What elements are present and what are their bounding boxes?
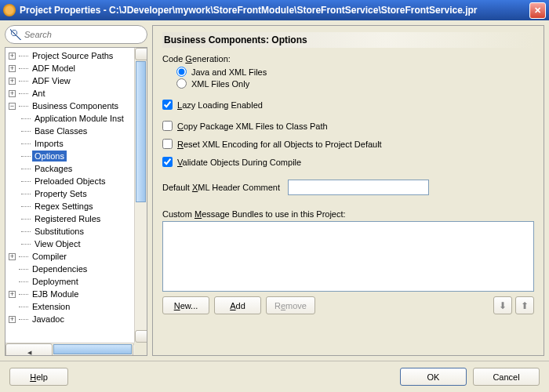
tree-label[interactable]: ADF View [30,75,73,86]
xml-header-input[interactable] [288,180,429,195]
tree-item-preloaded-objects[interactable]: Preloaded Objects [5,175,134,187]
tree-item-application-module-inst[interactable]: Application Module Inst [5,112,134,125]
tree-item-business-components[interactable]: −Business Components [5,100,134,112]
options-panel: Business Components: Options Code Genera… [152,25,544,356]
close-button[interactable]: ✕ [529,2,546,19]
cancel-button[interactable]: Cancel [473,368,540,386]
tree-label[interactable]: Deployment [30,276,81,287]
radio-java-xml[interactable] [176,67,187,77]
check-lazy-loading[interactable] [162,100,173,110]
check-copy-pkg[interactable] [162,121,173,131]
tree-item-options[interactable]: Options [5,150,134,162]
tree-item-dependencies[interactable]: Dependencies [5,263,134,275]
tree-label[interactable]: Base Classes [32,125,89,136]
expander-icon[interactable]: + [9,90,16,97]
tree-label[interactable]: Dependencies [30,263,89,274]
search-box[interactable] [5,25,147,44]
ok-button[interactable]: OK [400,368,467,386]
expander-icon[interactable]: + [9,53,16,60]
tree-label[interactable]: Extension [30,301,72,312]
vertical-scrollbar[interactable]: ▲ ▼ [134,48,147,343]
tree-item-property-sets[interactable]: Property Sets [5,187,134,200]
tree-item-packages[interactable]: Packages [5,162,134,175]
tree-item-view-object[interactable]: View Object [5,238,134,250]
tree-item-extension[interactable]: Extension [5,300,134,313]
left-pane: +Project Source Paths+ADF Model+ADF View… [5,25,147,356]
tree-item-regex-settings[interactable]: Regex Settings [5,200,134,212]
scroll-down-button[interactable]: ▼ [135,330,147,343]
tree-label[interactable]: Regex Settings [32,201,96,212]
add-button[interactable]: Add [214,296,261,314]
move-up-button[interactable]: ⬆ [515,296,534,314]
tree-label[interactable]: Project Source Paths [30,50,115,61]
lazy-loading-label: Lazy Loading Enabled [177,100,263,110]
radio-java-xml-label: Java and XML Files [191,67,267,77]
tree-item-registered-rules[interactable]: Registered Rules [5,212,134,225]
new-button[interactable]: New... [162,296,209,314]
expander-icon[interactable]: + [9,65,16,72]
tree-label[interactable]: Preloaded Objects [32,176,108,187]
search-input[interactable] [24,30,142,39]
tree-item-deployment[interactable]: Deployment [5,275,134,288]
tree-item-ant[interactable]: +Ant [5,87,134,100]
tree-label[interactable]: Javadoc [30,314,67,325]
tree-label[interactable]: Property Sets [32,188,89,199]
tree-label[interactable]: View Object [32,238,83,249]
scroll-thumb-h[interactable] [53,344,132,354]
expander-icon[interactable]: + [9,253,16,260]
window-title: Project Properties - C:\JDeveloper\mywor… [20,5,529,16]
bundles-listbox[interactable] [162,221,534,292]
tree-label[interactable]: ADF Model [30,63,78,74]
tree-label[interactable]: Compiler [30,251,69,262]
tree-item-ejb-module[interactable]: +EJB Module [5,288,134,300]
radio-xml-only[interactable] [176,78,187,89]
expander-icon[interactable]: + [9,291,16,298]
scroll-thumb[interactable] [136,61,146,202]
tree-label[interactable]: Packages [32,163,75,174]
tree-label[interactable]: Options [32,151,67,162]
titlebar: Project Properties - C:\JDeveloper\mywor… [0,0,549,20]
remove-button[interactable]: Remove [266,296,315,314]
tree-item-project-source-paths[interactable]: +Project Source Paths [5,49,134,62]
scroll-left-button[interactable]: ◀ [5,343,53,356]
check-validate[interactable] [162,157,173,167]
radio-xml-only-label: XML Files Only [191,79,249,89]
bundles-label: Custom Message Bundles to use in this Pr… [162,209,534,219]
expander-icon[interactable]: + [9,316,16,323]
panel-title: Business Components: Options [162,32,534,48]
tree-item-compiler[interactable]: +Compiler [5,250,134,263]
dialog-footer: Help OK Cancel [0,361,549,387]
tree-item-adf-view[interactable]: +ADF View [5,74,134,87]
tree-item-adf-model[interactable]: +ADF Model [5,62,134,74]
app-icon [3,4,16,16]
scroll-up-button[interactable]: ▲ [135,48,147,60]
reset-encoding-label: Reset XML Encoding for all Objects to Pr… [177,140,382,149]
validate-label: Validate Objects During Compile [177,158,301,167]
tree-item-imports[interactable]: Imports [5,137,134,150]
tree-label[interactable]: Application Module Inst [32,113,126,124]
xml-header-label: Default XML Header Comment [162,183,280,192]
help-button[interactable]: Help [9,368,68,386]
expander-icon[interactable]: − [9,103,16,110]
codegen-label: Code Generation: [162,54,534,64]
tree-item-javadoc[interactable]: +Javadoc [5,313,134,325]
tree-item-base-classes[interactable]: Base Classes [5,125,134,137]
move-down-button[interactable]: ⬇ [493,296,512,314]
tree-label[interactable]: Registered Rules [32,213,103,224]
check-reset-encoding[interactable] [162,139,173,149]
tree-label[interactable]: Ant [30,88,48,99]
tree-item-substitutions[interactable]: Substitutions [5,225,134,238]
tree-label[interactable]: EJB Module [30,289,81,299]
horizontal-scrollbar[interactable]: ◀ ▶ [5,343,134,355]
copy-pkg-label: Copy Package XML Files to Class Path [177,122,328,131]
search-icon [10,29,21,40]
expander-icon[interactable]: + [9,78,16,85]
tree-label[interactable]: Imports [32,138,66,149]
tree-label[interactable]: Substitutions [32,226,86,237]
tree-label[interactable]: Business Components [30,100,121,111]
tree-view: +Project Source Paths+ADF Model+ADF View… [5,47,147,356]
